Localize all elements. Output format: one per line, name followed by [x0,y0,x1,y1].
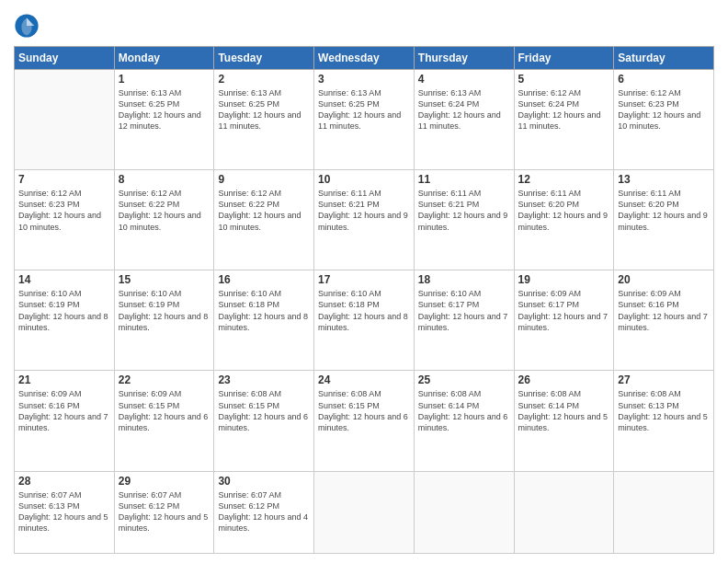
day-number: 21 [18,373,110,386]
calendar-cell: 21Sunrise: 6:09 AM Sunset: 6:16 PM Dayli… [15,371,115,471]
logo [14,13,43,39]
day-number: 12 [518,173,610,186]
calendar-cell: 24Sunrise: 6:08 AM Sunset: 6:15 PM Dayli… [314,371,415,471]
day-number: 6 [618,73,710,86]
calendar-week-row: 21Sunrise: 6:09 AM Sunset: 6:16 PM Dayli… [15,371,714,471]
calendar-cell: 7Sunrise: 6:12 AM Sunset: 6:23 PM Daylig… [15,170,115,270]
day-info: Sunrise: 6:10 AM Sunset: 6:17 PM Dayligh… [418,288,510,333]
day-number: 11 [418,173,510,186]
calendar-cell: 15Sunrise: 6:10 AM Sunset: 6:19 PM Dayli… [114,270,214,371]
day-number: 3 [318,73,410,86]
day-number: 16 [218,273,310,286]
day-info: Sunrise: 6:12 AM Sunset: 6:23 PM Dayligh… [18,188,110,233]
day-number: 23 [218,373,310,386]
calendar-cell: 19Sunrise: 6:09 AM Sunset: 6:17 PM Dayli… [514,270,614,371]
calendar-cell: 3Sunrise: 6:13 AM Sunset: 6:25 PM Daylig… [314,70,415,170]
calendar-cell: 16Sunrise: 6:10 AM Sunset: 6:18 PM Dayli… [214,270,314,371]
header [14,9,714,39]
day-number: 22 [119,373,210,386]
col-wednesday: Wednesday [314,47,415,70]
day-info: Sunrise: 6:07 AM Sunset: 6:13 PM Dayligh… [18,489,110,534]
day-info: Sunrise: 6:08 AM Sunset: 6:15 PM Dayligh… [318,388,410,433]
day-number: 26 [518,373,610,386]
day-info: Sunrise: 6:13 AM Sunset: 6:24 PM Dayligh… [418,87,510,132]
calendar-cell: 2Sunrise: 6:13 AM Sunset: 6:25 PM Daylig… [214,70,314,170]
calendar-week-row: 28Sunrise: 6:07 AM Sunset: 6:13 PM Dayli… [15,471,714,553]
day-number: 30 [218,475,310,488]
day-number: 27 [618,373,710,386]
day-number: 19 [518,273,610,286]
day-number: 18 [418,273,510,286]
day-info: Sunrise: 6:12 AM Sunset: 6:22 PM Dayligh… [218,188,310,233]
day-info: Sunrise: 6:08 AM Sunset: 6:14 PM Dayligh… [518,388,610,433]
col-tuesday: Tuesday [214,47,314,70]
day-number: 17 [318,273,410,286]
calendar-cell: 26Sunrise: 6:08 AM Sunset: 6:14 PM Dayli… [514,371,614,471]
col-saturday: Saturday [614,47,714,70]
day-info: Sunrise: 6:13 AM Sunset: 6:25 PM Dayligh… [318,87,410,132]
day-info: Sunrise: 6:13 AM Sunset: 6:25 PM Dayligh… [119,87,210,132]
calendar-cell: 1Sunrise: 6:13 AM Sunset: 6:25 PM Daylig… [114,70,214,170]
col-thursday: Thursday [414,47,514,70]
day-info: Sunrise: 6:12 AM Sunset: 6:24 PM Dayligh… [518,87,610,132]
day-info: Sunrise: 6:13 AM Sunset: 6:25 PM Dayligh… [218,87,310,132]
col-sunday: Sunday [15,47,115,70]
calendar-week-row: 7Sunrise: 6:12 AM Sunset: 6:23 PM Daylig… [15,170,714,270]
calendar-cell: 22Sunrise: 6:09 AM Sunset: 6:15 PM Dayli… [114,371,214,471]
calendar-cell: 10Sunrise: 6:11 AM Sunset: 6:21 PM Dayli… [314,170,415,270]
day-number: 28 [18,475,110,488]
day-info: Sunrise: 6:07 AM Sunset: 6:12 PM Dayligh… [218,489,310,534]
calendar-cell: 17Sunrise: 6:10 AM Sunset: 6:18 PM Dayli… [314,270,415,371]
day-info: Sunrise: 6:08 AM Sunset: 6:15 PM Dayligh… [218,388,310,433]
day-number: 9 [218,173,310,186]
calendar-cell [314,471,415,553]
day-number: 29 [119,475,210,488]
day-info: Sunrise: 6:10 AM Sunset: 6:18 PM Dayligh… [318,288,410,333]
day-number: 13 [618,173,710,186]
day-info: Sunrise: 6:09 AM Sunset: 6:16 PM Dayligh… [18,388,110,433]
day-info: Sunrise: 6:08 AM Sunset: 6:14 PM Dayligh… [418,388,510,433]
calendar-week-row: 1Sunrise: 6:13 AM Sunset: 6:25 PM Daylig… [15,70,714,170]
day-number: 25 [418,373,510,386]
calendar-cell: 20Sunrise: 6:09 AM Sunset: 6:16 PM Dayli… [614,270,714,371]
logo-icon [14,13,40,39]
calendar-week-row: 14Sunrise: 6:10 AM Sunset: 6:19 PM Dayli… [15,270,714,371]
day-number: 14 [18,273,110,286]
day-number: 20 [618,273,710,286]
day-number: 2 [218,73,310,86]
day-number: 4 [418,73,510,86]
day-info: Sunrise: 6:12 AM Sunset: 6:23 PM Dayligh… [618,87,710,132]
day-info: Sunrise: 6:10 AM Sunset: 6:19 PM Dayligh… [18,288,110,333]
day-info: Sunrise: 6:09 AM Sunset: 6:15 PM Dayligh… [119,388,210,433]
day-info: Sunrise: 6:10 AM Sunset: 6:19 PM Dayligh… [119,288,210,333]
day-info: Sunrise: 6:10 AM Sunset: 6:18 PM Dayligh… [218,288,310,333]
calendar-cell: 29Sunrise: 6:07 AM Sunset: 6:12 PM Dayli… [114,471,214,553]
day-info: Sunrise: 6:11 AM Sunset: 6:21 PM Dayligh… [318,188,410,233]
col-friday: Friday [514,47,614,70]
day-number: 1 [119,73,210,86]
day-number: 24 [318,373,410,386]
calendar-cell: 11Sunrise: 6:11 AM Sunset: 6:21 PM Dayli… [414,170,514,270]
day-number: 5 [518,73,610,86]
day-number: 15 [119,273,210,286]
calendar-cell: 27Sunrise: 6:08 AM Sunset: 6:13 PM Dayli… [614,371,714,471]
calendar-cell [614,471,714,553]
day-info: Sunrise: 6:09 AM Sunset: 6:17 PM Dayligh… [518,288,610,333]
calendar-cell: 18Sunrise: 6:10 AM Sunset: 6:17 PM Dayli… [414,270,514,371]
day-number: 7 [18,173,110,186]
day-info: Sunrise: 6:11 AM Sunset: 6:20 PM Dayligh… [618,188,710,233]
page: Sunday Monday Tuesday Wednesday Thursday… [0,0,728,563]
calendar-cell [15,70,115,170]
calendar-cell: 30Sunrise: 6:07 AM Sunset: 6:12 PM Dayli… [214,471,314,553]
calendar-cell: 23Sunrise: 6:08 AM Sunset: 6:15 PM Dayli… [214,371,314,471]
calendar-cell [514,471,614,553]
calendar-cell: 5Sunrise: 6:12 AM Sunset: 6:24 PM Daylig… [514,70,614,170]
day-info: Sunrise: 6:11 AM Sunset: 6:20 PM Dayligh… [518,188,610,233]
calendar-cell: 14Sunrise: 6:10 AM Sunset: 6:19 PM Dayli… [15,270,115,371]
day-number: 8 [119,173,210,186]
calendar-cell: 28Sunrise: 6:07 AM Sunset: 6:13 PM Dayli… [15,471,115,553]
calendar: Sunday Monday Tuesday Wednesday Thursday… [14,46,714,554]
calendar-cell: 6Sunrise: 6:12 AM Sunset: 6:23 PM Daylig… [614,70,714,170]
day-info: Sunrise: 6:11 AM Sunset: 6:21 PM Dayligh… [418,188,510,233]
calendar-cell: 8Sunrise: 6:12 AM Sunset: 6:22 PM Daylig… [114,170,214,270]
